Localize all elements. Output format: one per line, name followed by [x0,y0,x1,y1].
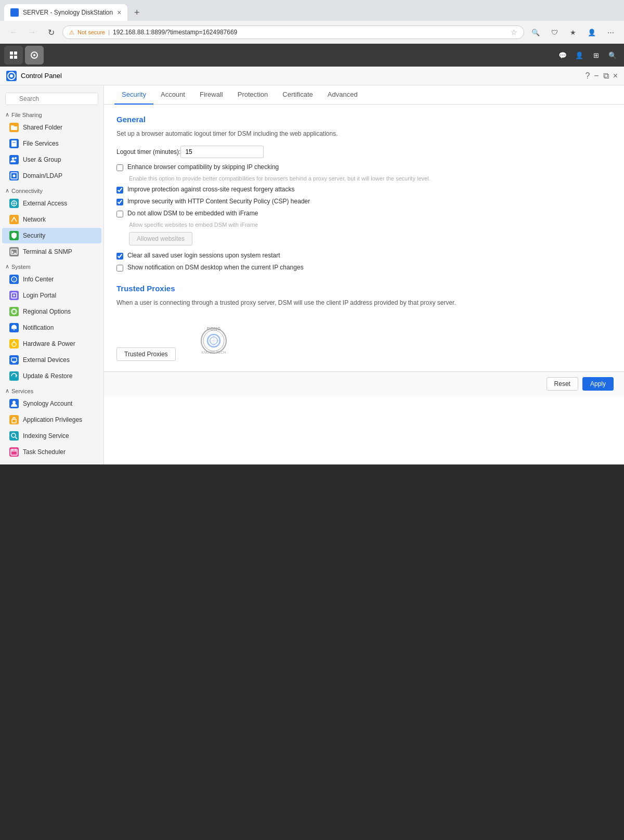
synology-account-label: Synology Account [23,400,72,407]
browser-compat-checkbox[interactable] [116,164,123,171]
file-services-icon [9,139,19,148]
tabs-bar: Security Account Firewall Protection Cer… [104,85,624,105]
watermark: DONG KNOWS TECH [177,325,250,358]
sidebar-item-network[interactable]: Network [2,212,101,227]
nav-shield-icon[interactable]: 🛡 [547,25,562,40]
browser-nav-bar: ← → ↻ ⚠ Not secure | 192.168.88.1:8899/?… [0,21,624,44]
sidebar-section-connectivity[interactable]: ∧ Connectivity [0,184,103,195]
address-bar[interactable]: ⚠ Not secure | 192.168.88.1:8899/?timest… [62,25,524,39]
taskbar-search-icon[interactable]: 🔍 [605,48,620,62]
trusted-proxies-button[interactable]: Trusted Proxies [116,347,176,361]
svg-point-22 [12,401,16,404]
nav-refresh-button[interactable]: ↻ [44,25,58,40]
allowed-websites-button[interactable]: Allowed websites [129,232,192,245]
app-icon [6,71,17,81]
ip-notification-label: Show notification on DSM desktop when th… [127,264,304,271]
tab-close-icon[interactable]: × [117,8,121,17]
application-privileges-icon [9,415,19,424]
logout-timer-input[interactable] [180,146,264,158]
iframe-checkbox[interactable] [116,211,123,217]
browser-tab-bar: SERVER - Synology DiskStation × + [0,0,624,21]
section-label: File Sharing [11,112,42,118]
main-panel: Security Account Firewall Protection Cer… [104,85,624,464]
nav-account-icon[interactable]: 👤 [584,25,599,40]
address-url: 192.168.88.1:8899/?timestamp=1624987669 [113,29,508,36]
application-privileges-label: Application Privileges [23,416,82,423]
logout-timer-label: Logout timer (minutes): [116,148,180,156]
section-label-sys: System [11,264,31,270]
tab-certificate[interactable]: Certificate [275,85,320,105]
domain-ldap-icon [9,171,19,180]
sidebar-section-file-sharing[interactable]: ∧ File Sharing [0,108,103,119]
sidebar-item-update-restore[interactable]: Update & Restore [2,368,101,384]
hardware-power-label: Hardware & Power [23,340,75,347]
svg-point-13 [13,175,16,177]
sidebar-item-login-portal[interactable]: Login Portal [2,288,101,303]
sidebar-item-domain-ldap[interactable]: Domain/LDAP [2,168,101,184]
new-tab-button[interactable]: + [129,5,144,20]
clear-sessions-checkbox[interactable] [116,253,123,260]
network-icon [9,215,19,224]
section-arrow-icon-conn: ∧ [5,187,9,194]
minimize-button[interactable]: − [594,71,599,81]
tab-account[interactable]: Account [153,85,192,105]
reset-button[interactable]: Reset [547,377,578,391]
taskbar-user-icon[interactable]: 👤 [572,48,587,62]
logout-timer-row: Logout timer (minutes): [116,146,612,158]
csp-label: Improve security with HTTP Content Secur… [127,198,310,205]
sidebar-item-external-devices[interactable]: External Devices [2,352,101,368]
bookmark-icon[interactable]: ☆ [511,28,517,36]
sidebar-section-system[interactable]: ∧ System [0,260,103,271]
sidebar-item-user-group[interactable]: User & Group [2,152,101,167]
tab-protection[interactable]: Protection [230,85,276,105]
tab-advanced[interactable]: Advanced [320,85,365,105]
nav-forward-button[interactable]: → [25,25,40,40]
domain-ldap-label: Domain/LDAP [23,172,62,179]
sidebar-item-hardware-power[interactable]: Hardware & Power [2,336,101,352]
csp-checkbox[interactable] [116,199,123,205]
network-label: Network [23,216,46,223]
csrf-checkbox[interactable] [116,187,123,193]
sidebar-item-external-access[interactable]: External Access [2,196,101,211]
taskbar-grid-icon[interactable] [4,46,23,64]
sidebar-item-notification[interactable]: Notification [2,320,101,335]
sidebar-item-indexing-service[interactable]: Indexing Service [2,428,101,444]
sidebar-item-info-center[interactable]: i Info Center [2,272,101,287]
sidebar-item-synology-account[interactable]: Synology Account [2,396,101,411]
ip-notification-checkbox[interactable] [116,265,123,272]
sidebar-item-security[interactable]: Security [2,228,101,243]
general-title: General [116,115,612,124]
ip-notification-row: Show notification on DSM desktop when th… [116,264,612,272]
content-area: General Set up a browser automatic logou… [104,105,624,371]
sidebar-item-file-services[interactable]: File Services [2,136,101,151]
taskbar-chat-icon[interactable]: 💬 [555,48,570,62]
login-portal-label: Login Portal [23,292,56,299]
taskbar-grid2-icon[interactable]: ⊞ [589,48,603,62]
search-input[interactable] [5,93,98,105]
tab-firewall[interactable]: Firewall [192,85,230,105]
apply-button[interactable]: Apply [582,377,614,391]
security-label: Security [23,232,45,239]
notification-icon [9,323,19,332]
taskbar-control-panel-icon[interactable] [25,46,44,64]
browser-tab[interactable]: SERVER - Synology DiskStation × [4,4,127,21]
security-warning-icon: ⚠ [69,29,74,36]
sidebar-section-services[interactable]: ∧ Services [0,384,103,395]
nav-menu-icon[interactable]: ⋯ [603,25,618,40]
sidebar-item-task-scheduler[interactable]: Task Scheduler [2,444,101,460]
nav-search-icon[interactable]: 🔍 [528,25,543,40]
terminal-snmp-icon [9,247,19,256]
sidebar-item-application-privileges[interactable]: Application Privileges [2,412,101,428]
sidebar-item-terminal-snmp[interactable]: Terminal & SNMP [2,244,101,260]
svg-point-26 [201,328,226,353]
help-button[interactable]: ? [585,71,590,81]
sidebar-item-regional-options[interactable]: Regional Options [2,304,101,319]
svg-text:KNOWS TECH: KNOWS TECH [202,351,226,354]
nav-favorites-icon[interactable]: ★ [566,25,580,40]
restore-button[interactable]: ⧉ [603,71,609,81]
file-services-label: File Services [23,140,59,147]
close-button[interactable]: × [613,71,618,81]
nav-back-button[interactable]: ← [6,25,21,40]
sidebar-item-shared-folder[interactable]: Shared Folder [2,120,101,135]
tab-security[interactable]: Security [114,85,153,105]
